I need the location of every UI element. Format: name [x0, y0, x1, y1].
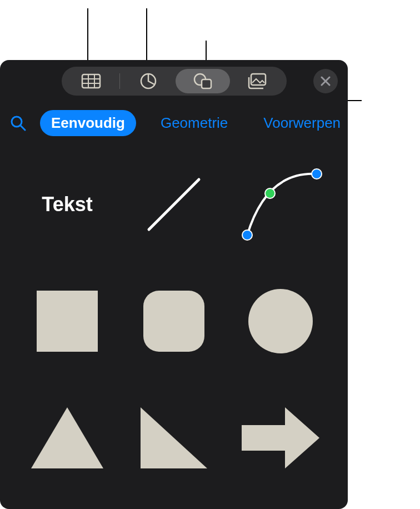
svg-marker-19 [141, 407, 207, 468]
svg-rect-16 [143, 291, 204, 352]
shape-line[interactable] [129, 163, 219, 246]
category-geometrie[interactable]: Geometrie [149, 110, 239, 136]
category-voorwerpen[interactable]: Voorwerpen [252, 110, 348, 136]
shape-circle[interactable] [236, 280, 326, 363]
svg-line-10 [21, 126, 25, 130]
insert-table-button[interactable] [64, 69, 118, 93]
table-icon [81, 73, 101, 89]
svg-rect-7 [202, 79, 211, 88]
line-icon [138, 168, 210, 241]
insert-media-button[interactable] [230, 69, 284, 93]
shapes-icon [193, 72, 213, 90]
shape-rounded-square[interactable] [129, 280, 219, 363]
insert-chart-button[interactable] [121, 69, 176, 93]
toolbar-separator [119, 73, 120, 89]
insert-shape-button[interactable] [176, 69, 230, 93]
svg-point-14 [312, 169, 322, 179]
svg-point-12 [242, 230, 252, 240]
shape-curve[interactable] [236, 163, 326, 246]
toolbar-segment [62, 67, 287, 96]
svg-rect-15 [37, 291, 98, 352]
shape-right-triangle[interactable] [129, 396, 219, 480]
right-triangle-icon [141, 407, 207, 468]
shape-triangle[interactable] [22, 396, 112, 480]
callout-line-2 [146, 8, 147, 67]
category-bar: Eenvoudig Geometrie Voorwerpen Dieren [0, 100, 348, 147]
insert-popover: Eenvoudig Geometrie Voorwerpen Dieren Te… [0, 60, 348, 509]
shapes-grid: Tekst [0, 147, 348, 495]
shape-arrow[interactable] [236, 396, 326, 480]
shape-text[interactable]: Tekst [22, 163, 112, 246]
text-shape-label: Tekst [42, 193, 92, 216]
close-button[interactable] [313, 69, 338, 93]
category-eenvoudig[interactable]: Eenvoudig [40, 110, 136, 136]
square-icon [37, 291, 98, 352]
media-icon [247, 73, 268, 89]
svg-marker-20 [242, 407, 319, 468]
triangle-icon [31, 407, 103, 468]
svg-point-13 [265, 188, 275, 198]
svg-line-11 [149, 179, 199, 229]
svg-rect-8 [251, 74, 266, 85]
svg-rect-0 [82, 74, 100, 88]
search-button[interactable] [10, 115, 27, 132]
close-icon [321, 76, 331, 86]
callout-line-1 [87, 8, 88, 67]
chart-icon [139, 72, 157, 90]
circle-icon [248, 289, 313, 353]
insert-toolbar [0, 60, 348, 100]
svg-marker-18 [31, 407, 103, 468]
arrow-icon [242, 407, 319, 468]
svg-point-17 [248, 289, 313, 353]
rounded-square-icon [143, 291, 204, 352]
curve-icon [239, 166, 322, 243]
shape-square[interactable] [22, 280, 112, 363]
search-icon [10, 115, 27, 132]
